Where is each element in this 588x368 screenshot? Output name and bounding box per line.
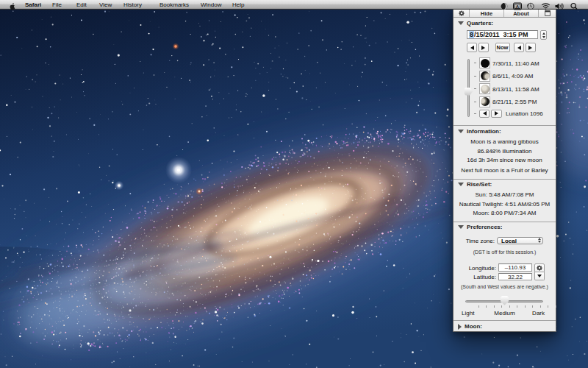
svg-text:A: A	[516, 4, 520, 8]
